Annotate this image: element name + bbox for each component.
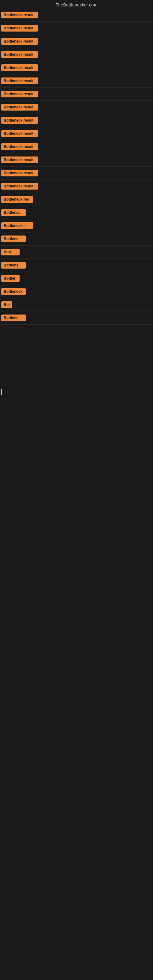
bottleneck-badge[interactable]: Bottleneck result bbox=[1, 183, 38, 189]
bottleneck-badge[interactable]: Bottleneck result bbox=[1, 12, 38, 18]
list-item: Bottleneck result bbox=[0, 61, 153, 75]
list-item: Bottleneck bbox=[0, 285, 153, 298]
bottleneck-badge[interactable]: Bottleneck result bbox=[1, 156, 38, 163]
bottleneck-badge[interactable]: Bottlene bbox=[1, 262, 26, 269]
list-item: Bott bbox=[0, 246, 153, 259]
bottleneck-badge[interactable]: Bottleneck result bbox=[1, 38, 38, 45]
bottleneck-badge[interactable]: Bottleneck r bbox=[1, 222, 33, 229]
bottleneck-badge[interactable]: Bottleneck result bbox=[1, 25, 38, 32]
bottleneck-badge[interactable]: Bottleneck result bbox=[1, 64, 38, 71]
bottleneck-list: Bottleneck resultBottleneck resultBottle… bbox=[0, 9, 153, 325]
text-cursor bbox=[1, 389, 2, 395]
list-item: Bottler bbox=[0, 272, 153, 285]
bottleneck-badge[interactable]: Bottlene bbox=[1, 315, 26, 321]
list-item: Bottleneck result bbox=[0, 9, 153, 22]
list-item: Bottleneck result bbox=[0, 75, 153, 88]
empty-section-2 bbox=[0, 508, 153, 570]
list-item: Bottleneck result bbox=[0, 35, 153, 48]
cursor-section bbox=[0, 386, 153, 508]
bottleneck-badge[interactable]: Bottlene bbox=[1, 235, 26, 242]
bottleneck-badge[interactable]: Bottleneck result bbox=[1, 143, 38, 150]
list-item: Bottleneck result bbox=[0, 140, 153, 153]
list-item: Bottlenec bbox=[0, 206, 153, 219]
list-item: Bottlene bbox=[0, 312, 153, 325]
list-item: Bottleneck result bbox=[0, 22, 153, 35]
empty-section-3 bbox=[0, 570, 153, 631]
list-item: Bot bbox=[0, 298, 153, 312]
bottleneck-badge[interactable]: Bottleneck res bbox=[1, 196, 33, 203]
list-item: Bottlene bbox=[0, 259, 153, 272]
bottleneck-badge[interactable]: Bottleneck result bbox=[1, 78, 38, 84]
list-item: Bottleneck res bbox=[0, 193, 153, 206]
list-item: Bottleneck r bbox=[0, 219, 153, 232]
bottleneck-badge[interactable]: Bottleneck result bbox=[1, 130, 38, 137]
bottleneck-badge[interactable]: Bottleneck result bbox=[1, 91, 38, 97]
bottleneck-badge[interactable]: Bottleneck result bbox=[1, 117, 38, 124]
empty-section-1 bbox=[0, 325, 153, 386]
site-title-container: TheBottlenecker.com bbox=[0, 0, 153, 9]
bottleneck-badge[interactable]: Bott bbox=[1, 249, 19, 255]
bottleneck-badge[interactable]: Bot bbox=[1, 301, 12, 308]
list-item: Bottleneck result bbox=[0, 101, 153, 114]
list-item: Bottleneck result bbox=[0, 88, 153, 101]
empty-section-4 bbox=[0, 631, 153, 692]
bottleneck-badge[interactable]: Bottler bbox=[1, 275, 19, 282]
bottleneck-badge[interactable]: Bottleneck result bbox=[1, 51, 38, 58]
list-item: Bottleneck result bbox=[0, 180, 153, 193]
bottleneck-badge[interactable]: Bottlenec bbox=[1, 209, 26, 216]
bottleneck-badge[interactable]: Bottleneck result bbox=[1, 104, 38, 111]
list-item: Bottlene bbox=[0, 232, 153, 246]
list-item: Bottleneck result bbox=[0, 48, 153, 61]
bottleneck-badge[interactable]: Bottleneck bbox=[1, 288, 26, 295]
list-item: Bottleneck result bbox=[0, 127, 153, 140]
list-item: Bottleneck result bbox=[0, 114, 153, 127]
site-title: TheBottlenecker.com bbox=[0, 0, 153, 9]
bottleneck-badge[interactable]: Bottleneck result bbox=[1, 170, 38, 177]
list-item: Bottleneck result bbox=[0, 167, 153, 180]
list-item: Bottleneck result bbox=[0, 153, 153, 167]
